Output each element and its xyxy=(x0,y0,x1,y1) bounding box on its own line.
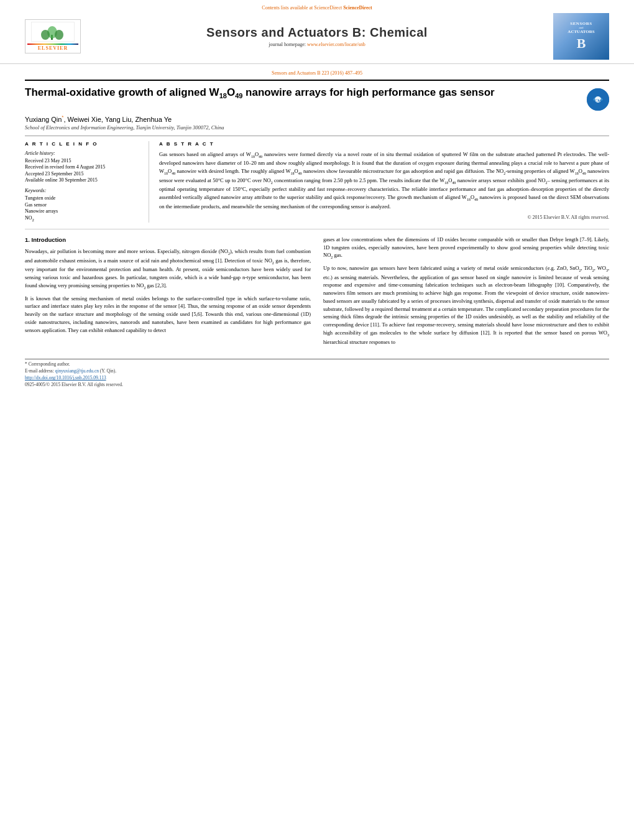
svg-point-3 xyxy=(55,30,63,40)
intro-p1: Nowadays, air pollution is becoming more… xyxy=(25,247,311,291)
doi-link[interactable]: http://dx.doi.org/10.1016/j.snb.2015.09.… xyxy=(25,375,106,381)
article-info-label: A R T I C L E I N F O xyxy=(25,141,142,147)
intro-p2: It is known that the sensing mechanism o… xyxy=(25,295,311,335)
logo-b-letter: B xyxy=(577,35,586,52)
abstract-text: Gas sensors based on aligned arrays of W… xyxy=(159,150,609,211)
abstract-col: A B S T R A C T Gas sensors based on ali… xyxy=(159,141,609,223)
elsevier-logo: ELSEVIER xyxy=(25,19,81,53)
crossmark-icon: CM xyxy=(587,88,609,111)
introduction-section: 1. Introduction Nowadays, air pollution … xyxy=(25,236,609,350)
accepted-date: Accepted 23 September 2015 xyxy=(25,171,142,177)
revised-date: Received in revised form 4 August 2015 xyxy=(25,164,142,170)
journal-title-center: Sensors and Actuators B: Chemical journa… xyxy=(81,25,553,47)
doi-line: http://dx.doi.org/10.1016/j.snb.2015.09.… xyxy=(25,375,609,381)
sensors-actuators-logo: SENSORS and AcTuators B xyxy=(553,13,609,60)
elsevier-name: ELSEVIER xyxy=(38,45,68,51)
available-date: Available online 30 September 2015 xyxy=(25,177,142,183)
paper-container: Sensors and Actuators B 223 (2016) 487–4… xyxy=(0,64,634,394)
journal-header-inner: ELSEVIER Sensors and Actuators B: Chemic… xyxy=(25,13,609,60)
email-note: E-mail address: qinyuxiang@tju.edu.cn (Y… xyxy=(25,368,609,374)
article-info-col: A R T I C L E I N F O Article history: R… xyxy=(25,141,149,223)
logo-sensors-text: SENSORS xyxy=(570,21,592,26)
history-label: Article history: xyxy=(25,150,142,156)
abstract-label: A B S T R A C T xyxy=(159,141,609,147)
issn-line: 0925-4005/© 2015 Elsevier B.V. All right… xyxy=(25,382,609,387)
article-title: Thermal-oxidative growth of aligned W18O… xyxy=(25,86,587,101)
article-info-abstract: A R T I C L E I N F O Article history: R… xyxy=(25,136,609,223)
copyright: © 2015 Elsevier B.V. All rights reserved… xyxy=(159,215,609,220)
elsevier-rainbow-stripe xyxy=(27,44,78,45)
keywords-label: Keywords: xyxy=(25,188,142,193)
keyword-2: Gas sensor xyxy=(25,202,142,208)
journal-homepage-link[interactable]: www.elsevier.com/locate/snb xyxy=(307,42,365,47)
sciencedirect-link: Contents lists available at ScienceDirec… xyxy=(25,5,609,11)
intro-col-right: gases at low concentrations when the dim… xyxy=(323,236,609,350)
section-divider xyxy=(25,229,609,229)
journal-homepage: journal homepage: www.elsevier.com/locat… xyxy=(81,42,553,47)
article-title-section: Thermal-oxidative growth of aligned W18O… xyxy=(25,80,609,111)
intro-col2-p1: gases at low concentrations when the dim… xyxy=(323,236,609,261)
keyword-4: NO2 xyxy=(25,215,142,222)
journal-title: Sensors and Actuators B: Chemical xyxy=(81,25,553,40)
svg-text:CM: CM xyxy=(594,98,602,103)
keywords-section: Keywords: Tungsten oxide Gas sensor Nano… xyxy=(25,188,142,221)
keyword-1: Tungsten oxide xyxy=(25,195,142,201)
intro-heading: 1. Introduction xyxy=(25,236,311,244)
footer: * Corresponding author. E-mail address: … xyxy=(25,359,609,387)
corresponding-note: * Corresponding author. xyxy=(25,361,609,367)
crossmark-badge: CM xyxy=(587,88,609,111)
received-date: Received 23 May 2015 xyxy=(25,158,142,164)
keyword-3: Nanowire arrays xyxy=(25,208,142,214)
journal-header: Contents lists available at ScienceDirec… xyxy=(0,0,634,64)
elsevier-tree-icon xyxy=(34,22,71,41)
svg-point-2 xyxy=(41,30,50,40)
citation-line: Sensors and Actuators B 223 (2016) 487–4… xyxy=(25,70,609,76)
email-link[interactable]: qinyuxiang@tju.edu.cn xyxy=(55,368,99,374)
affiliation: School of Electronics and Information En… xyxy=(25,124,609,131)
intro-col2-p2: Up to now, nanowire gas sensors have bee… xyxy=(323,264,609,346)
authors: Yuxiang Qin*, Weiwei Xie, Yang Liu, Zhen… xyxy=(25,114,609,123)
logo-actuators-text: AcTuators xyxy=(567,29,594,34)
intro-col-left: 1. Introduction Nowadays, air pollution … xyxy=(25,236,311,350)
